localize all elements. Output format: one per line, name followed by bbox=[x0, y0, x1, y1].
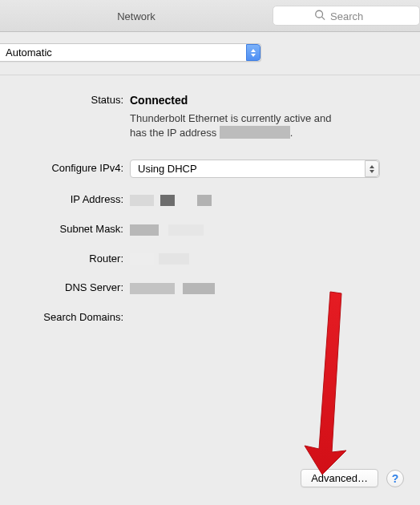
window-title: Network bbox=[0, 9, 273, 22]
router-value bbox=[130, 250, 409, 265]
advanced-button[interactable]: Advanced… bbox=[301, 469, 378, 487]
ip-address-label: IP Address: bbox=[11, 191, 130, 205]
window-titlebar: Network Search bbox=[0, 0, 420, 32]
search-input[interactable] bbox=[273, 6, 420, 26]
status-description: Thunderbolt Ethernet is currently active… bbox=[130, 111, 370, 140]
bottom-button-row: Advanced… ? bbox=[301, 469, 404, 487]
status-value: Connected bbox=[130, 94, 409, 107]
location-value: Automatic bbox=[6, 46, 52, 59]
location-bar: Automatic bbox=[0, 32, 420, 75]
location-select[interactable]: Automatic bbox=[0, 43, 261, 62]
configure-ipv4-label: Configure IPv4: bbox=[11, 160, 130, 174]
subnet-mask-label: Subnet Mask: bbox=[11, 220, 130, 235]
dns-server-label: DNS Server: bbox=[11, 279, 130, 293]
chevron-updown-icon bbox=[365, 160, 379, 177]
search-domains-label: Search Domains: bbox=[11, 309, 130, 323]
search-domains-value bbox=[130, 309, 409, 311]
status-label: Status: bbox=[11, 91, 130, 106]
configure-ipv4-select[interactable]: Using DHCP bbox=[130, 160, 380, 178]
router-label: Router: bbox=[11, 250, 130, 265]
subnet-mask-value bbox=[130, 220, 409, 236]
chevron-updown-icon bbox=[246, 44, 260, 61]
network-details-panel: Status: Connected Thunderbolt Ethernet i… bbox=[0, 75, 420, 349]
help-button[interactable]: ? bbox=[386, 470, 404, 487]
ip-address-value bbox=[130, 191, 409, 206]
search-field[interactable]: Search bbox=[273, 6, 420, 26]
configure-ipv4-value: Using DHCP bbox=[138, 163, 197, 175]
dns-server-value bbox=[130, 279, 409, 294]
